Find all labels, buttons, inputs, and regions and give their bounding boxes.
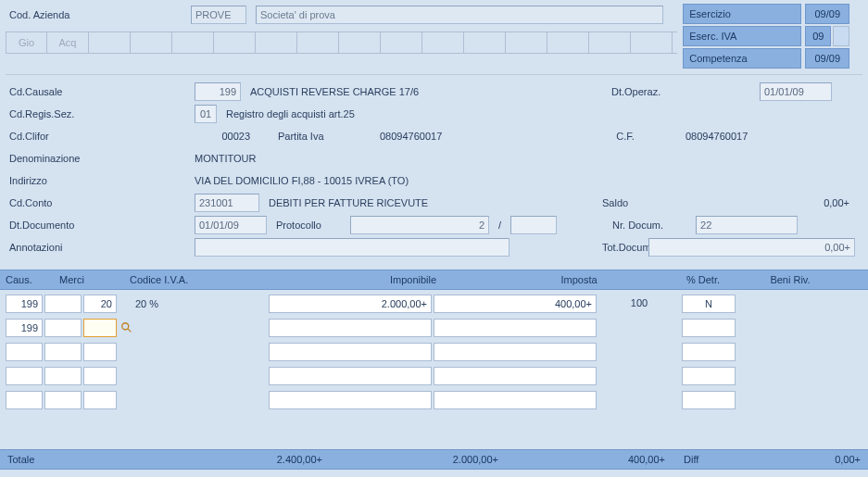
- imponibile-sum: 2.000,00+: [322, 454, 498, 465]
- protocollo-label: Protocollo: [276, 220, 341, 231]
- col-beni: Beni Riv.: [748, 274, 832, 285]
- tab-empty[interactable]: [381, 32, 422, 53]
- iva-desc: 20 %: [119, 298, 267, 309]
- tab-empty[interactable]: [506, 32, 547, 53]
- grid-cell[interactable]: 199: [6, 319, 43, 337]
- cd-regis-field[interactable]: 01: [195, 105, 217, 123]
- totale-value: 2.400,00+: [165, 454, 322, 465]
- totale-label: Totale: [7, 454, 165, 465]
- tab-empty[interactable]: [422, 32, 464, 53]
- grid-cell: [598, 391, 680, 409]
- grid-cell[interactable]: [44, 391, 82, 409]
- cod-azienda-field[interactable]: PROVE: [191, 6, 246, 24]
- dt-operaz-field[interactable]: 01/01/09: [760, 82, 832, 101]
- grid-cell[interactable]: [434, 391, 597, 409]
- grid-cell[interactable]: [269, 319, 432, 337]
- grid-cell[interactable]: [434, 367, 597, 385]
- tab-empty[interactable]: [214, 32, 256, 53]
- grid-cell[interactable]: [83, 319, 117, 337]
- societa-field[interactable]: Societa' di prova: [256, 6, 663, 24]
- tab-empty[interactable]: [464, 32, 506, 53]
- protocollo-sep: /: [498, 220, 501, 231]
- diff-label: Diff: [665, 454, 721, 465]
- indirizzo-label: Indirizzo: [9, 175, 195, 186]
- grid-cell[interactable]: [83, 391, 117, 409]
- tab-empty[interactable]: [339, 32, 381, 53]
- table-row: [6, 342, 862, 362]
- grid-cell[interactable]: [269, 343, 432, 361]
- cd-conto-label: Cd.Conto: [9, 197, 195, 208]
- nr-docum-label: Nr. Docum.: [566, 220, 686, 231]
- tab-empty[interactable]: [547, 32, 589, 53]
- conto-desc: DEBITI PER FATTURE RICEVUTE: [269, 197, 593, 208]
- grid-cell[interactable]: [269, 391, 432, 409]
- lookup-icon[interactable]: [120, 321, 133, 334]
- grid-cell[interactable]: [6, 367, 43, 385]
- grid-cell[interactable]: [44, 343, 82, 361]
- grid-cell: [598, 319, 680, 337]
- denominazione-label: Denominazione: [9, 153, 195, 164]
- table-row: 1992020 %2.000,00+400,00+100N: [6, 294, 862, 314]
- tab-empty[interactable]: [89, 32, 131, 53]
- diff-value: 0,00+: [721, 454, 861, 465]
- grid-cell[interactable]: 400,00+: [434, 295, 597, 313]
- competenza-label: Competenza: [683, 48, 801, 69]
- grid-cell[interactable]: [83, 343, 117, 361]
- grid-cell[interactable]: 20: [83, 295, 117, 313]
- cd-clifor-label: Cd.Clifor: [9, 131, 195, 142]
- cf-value: 08094760017: [686, 131, 748, 142]
- grid-cell[interactable]: [44, 295, 82, 313]
- grid-cell: [598, 367, 680, 385]
- grid-cell[interactable]: [269, 367, 432, 385]
- cod-azienda-label: Cod. Azienda: [6, 9, 182, 20]
- indirizzo-value: VIA DEL DOMICILIO FI,88 - 10015 IVREA (T…: [195, 175, 409, 186]
- grid-cell[interactable]: [682, 391, 736, 409]
- tab-empty[interactable]: [631, 32, 673, 53]
- table-row: 199: [6, 318, 862, 338]
- saldo-label: Saldo: [602, 197, 741, 208]
- tab-empty[interactable]: [131, 32, 172, 53]
- tab-gio[interactable]: Gio: [6, 32, 47, 53]
- grid-cell[interactable]: [83, 367, 117, 385]
- denominazione-value: MONTITOUR: [195, 153, 256, 164]
- esercizio-label: Esercizio: [683, 4, 801, 24]
- esercizio-value: 09/09: [805, 4, 849, 24]
- grid-cell[interactable]: N: [682, 295, 736, 313]
- tab-acq[interactable]: Acq: [47, 32, 89, 53]
- table-row: [6, 366, 862, 386]
- competenza-value: 09/09: [805, 48, 849, 69]
- col-imponibile: Imponibile: [326, 274, 500, 285]
- imposta-sum: 400,00+: [498, 454, 665, 465]
- grid-cell[interactable]: [434, 319, 597, 337]
- grid-cell[interactable]: 2.000,00+: [269, 295, 432, 313]
- grid-header: Caus. Merci Codice I.V.A. Imponibile Imp…: [0, 270, 868, 290]
- grid-cell[interactable]: [682, 367, 736, 385]
- grid-cell[interactable]: [682, 319, 736, 337]
- cd-causale-field[interactable]: 199: [195, 82, 241, 101]
- grid-cell[interactable]: [434, 343, 597, 361]
- protocollo-field[interactable]: 2: [350, 216, 489, 234]
- tabstrip: Gio Acq: [6, 31, 677, 54]
- grid-cell[interactable]: [44, 367, 82, 385]
- nr-docum-field[interactable]: 22: [696, 216, 798, 234]
- tab-empty[interactable]: [589, 32, 631, 53]
- grid-cell[interactable]: 199: [6, 295, 43, 313]
- protocollo-sez-field[interactable]: [510, 216, 557, 234]
- grid-cell[interactable]: [682, 343, 736, 361]
- partita-iva-value: 08094760017: [380, 131, 565, 142]
- causale-desc: ACQUISTI REVERSE CHARGE 17/6: [250, 86, 602, 97]
- grid-cell[interactable]: [44, 319, 82, 337]
- dt-documento-field[interactable]: 01/01/09: [195, 216, 267, 234]
- tot-docum-field[interactable]: 0,00+: [648, 238, 855, 257]
- tab-empty[interactable]: [172, 32, 214, 53]
- eserc-iva-label: Eserc. IVA: [683, 26, 801, 46]
- cf-label: C.F.: [574, 131, 676, 142]
- cd-conto-field[interactable]: 231001: [195, 194, 259, 212]
- grid-cell[interactable]: [6, 391, 43, 409]
- eserc-iva-extra: [833, 26, 849, 46]
- col-codice-iva: Codice I.V.A.: [130, 274, 326, 285]
- tab-empty[interactable]: [297, 32, 339, 53]
- tab-empty[interactable]: [256, 32, 297, 53]
- grid-cell[interactable]: [6, 343, 43, 361]
- annotazioni-field[interactable]: [195, 238, 509, 257]
